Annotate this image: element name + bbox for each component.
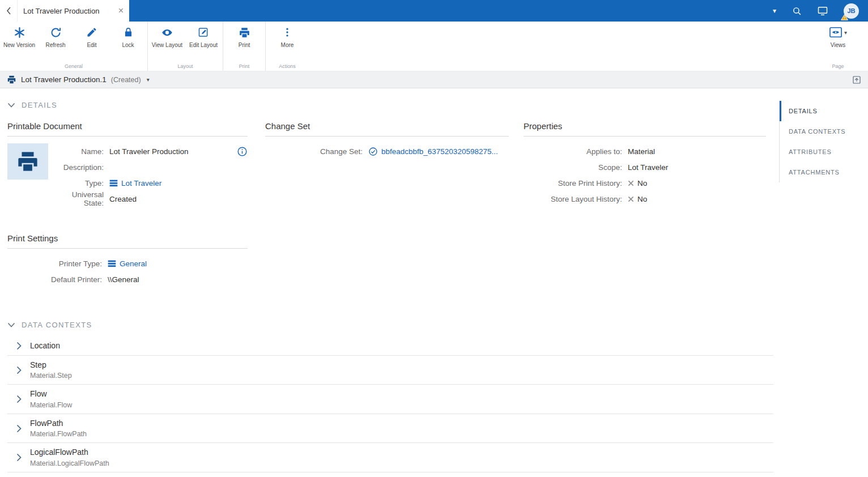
chevron-left-icon <box>6 6 11 15</box>
main-content: DETAILS DETAILS DATA CONTEXTS ATTRIBUTES… <box>0 88 868 477</box>
toolbar-group-label-page: Page <box>816 62 860 69</box>
avatar-initials: JB <box>847 7 855 14</box>
printable-document-title: Printable Document <box>7 121 248 137</box>
properties-title: Properties <box>524 121 766 137</box>
nav-item-attachments[interactable]: ATTACHMENTS <box>780 162 868 182</box>
toolbar-left-groups: New Version Refresh Edit <box>0 22 309 71</box>
context-name: FlowPath <box>30 418 87 428</box>
views-button[interactable]: ▾ Views <box>816 25 860 49</box>
scope-value: Lot Traveler <box>628 163 668 172</box>
lock-button[interactable]: Lock <box>110 25 146 49</box>
context-name: Location <box>30 340 60 351</box>
field-scope: Scope: Lot Traveler <box>524 159 766 175</box>
new-version-icon <box>14 25 25 39</box>
printer-type-label: Printer Type: <box>7 259 108 268</box>
field-printer-type: Printer Type: General <box>7 255 248 271</box>
store-print-history-value: No <box>637 179 647 188</box>
info-icon[interactable] <box>237 146 248 157</box>
toolbar-group-general: New Version Refresh Edit <box>0 22 147 71</box>
monitor-icon[interactable] <box>818 6 828 16</box>
chevron-down-icon: ▾ <box>844 29 847 36</box>
change-set-title: Change Set <box>265 121 509 137</box>
print-settings-title: Print Settings <box>7 233 248 249</box>
nav-item-details[interactable]: DETAILS <box>780 101 868 121</box>
details-section-title: DETAILS <box>22 101 57 109</box>
printer-icon <box>239 25 250 39</box>
printer-type-link[interactable]: General <box>120 259 147 268</box>
toolbar-group-label-layout: Layout <box>149 62 222 69</box>
lock-icon <box>123 25 134 39</box>
chevron-down-icon <box>7 322 15 327</box>
refresh-button[interactable]: Refresh <box>37 25 74 49</box>
avatar[interactable]: JB <box>844 3 859 19</box>
chevron-right-icon[interactable] <box>7 424 30 433</box>
chevron-right-icon[interactable] <box>7 366 30 374</box>
document-state: (Created) <box>111 76 141 84</box>
more-button[interactable]: More <box>267 25 308 49</box>
anchor-nav: DETAILS DATA CONTEXTS ATTRIBUTES ATTACHM… <box>779 101 868 182</box>
field-store-layout-history: Store Layout History: No <box>524 191 766 207</box>
chevron-down-icon[interactable]: ▾ <box>773 7 776 15</box>
printer-icon <box>7 75 16 84</box>
universal-state-label: Universal State: <box>53 190 109 207</box>
list-item-location[interactable]: Location <box>7 337 773 356</box>
new-version-button[interactable]: New Version <box>1 25 37 49</box>
top-bar: Lot Traveler Production × ▾ JB <box>0 0 868 22</box>
chevron-right-icon[interactable] <box>7 453 30 462</box>
toolbar-group-label-print: Print <box>224 62 264 69</box>
document-bar: Lot Traveler Production.1 (Created) ▾ <box>0 71 868 88</box>
table-icon <box>108 260 116 267</box>
x-mark-icon <box>628 180 634 186</box>
list-item-step[interactable]: Step Material.Step <box>7 356 773 385</box>
description-label: Description: <box>53 163 109 172</box>
universal-state-value: Created <box>109 195 137 203</box>
more-label: More <box>281 42 294 49</box>
context-path: Material.FlowPath <box>30 429 87 438</box>
tab-lot-traveler-production[interactable]: Lot Traveler Production × <box>17 0 129 22</box>
context-path: Material.Flow <box>30 401 72 410</box>
name-label: Name: <box>53 147 109 156</box>
data-contexts-list: Location Step Material.Step Flow <box>7 337 773 472</box>
close-icon[interactable]: × <box>118 6 124 15</box>
list-item-flow[interactable]: Flow Material.Flow <box>7 385 773 414</box>
view-layout-button[interactable]: View Layout <box>149 25 185 49</box>
default-printer-value: \\General <box>108 275 139 284</box>
field-type: Type: Lot Traveler <box>53 175 248 191</box>
context-path: Material.Step <box>30 371 72 380</box>
nav-item-attributes[interactable]: ATTRIBUTES <box>780 142 868 162</box>
applies-to-label: Applies to: <box>524 147 628 156</box>
search-icon[interactable] <box>792 6 802 16</box>
print-button[interactable]: Print <box>224 25 264 49</box>
tab-title: Lot Traveler Production <box>23 7 114 15</box>
print-settings-panel: Print Settings Printer Type: General Def… <box>7 233 248 287</box>
edit-document-icon <box>198 25 209 39</box>
data-contexts-section-toggle[interactable]: DATA CONTEXTS <box>7 321 92 329</box>
edit-button[interactable]: Edit <box>74 25 110 49</box>
list-item-logicalflowpath[interactable]: LogicalFlowPath Material.LogicalFlowPath <box>7 443 773 472</box>
list-item-flowpath[interactable]: FlowPath Material.FlowPath <box>7 414 773 443</box>
details-section-toggle[interactable]: DETAILS <box>7 101 57 109</box>
change-set-link[interactable]: bbfeadcbbfb_637520320598275... <box>381 147 498 156</box>
chevron-down-icon: ▾ <box>147 76 150 83</box>
scope-label: Scope: <box>524 163 628 172</box>
document-selector[interactable]: Lot Traveler Production.1 (Created) ▾ <box>7 75 150 84</box>
check-circle-icon <box>368 147 378 156</box>
new-version-label: New Version <box>3 42 35 49</box>
back-button[interactable] <box>0 0 17 22</box>
refresh-label: Refresh <box>45 42 65 49</box>
toolbar-right-groups: ▾ Views Page <box>815 22 868 71</box>
open-panel-icon[interactable] <box>852 75 861 84</box>
nav-item-data-contexts[interactable]: DATA CONTEXTS <box>780 121 868 142</box>
printable-document-panel: Printable Document Name: Lot Traveler Pr… <box>7 121 248 207</box>
lock-label: Lock <box>122 42 134 49</box>
toolbar-group-page: ▾ Views Page <box>815 22 868 71</box>
chevron-right-icon[interactable] <box>7 342 30 350</box>
refresh-icon <box>50 25 62 39</box>
change-set-label: Change Set: <box>265 147 368 156</box>
edit-label: Edit <box>87 42 96 49</box>
chevron-right-icon[interactable] <box>7 395 30 403</box>
type-link[interactable]: Lot Traveler <box>121 179 161 188</box>
field-name: Name: Lot Traveler Production <box>53 143 248 159</box>
warning-icon <box>841 14 848 20</box>
edit-layout-button[interactable]: Edit Layout <box>185 25 222 49</box>
